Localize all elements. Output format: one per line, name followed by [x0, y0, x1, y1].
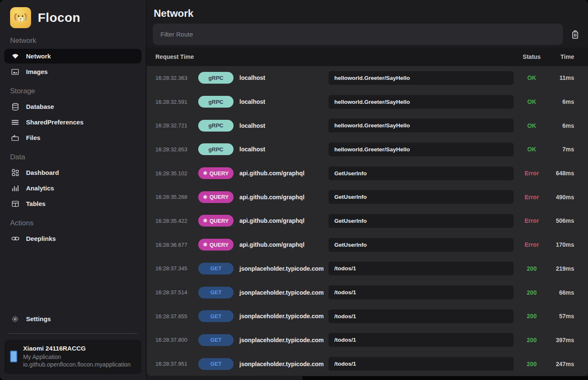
graphql-icon: ✻: [203, 242, 207, 247]
request-row[interactable]: 16:28:35.422✻QUERYapi.github.com/graphql…: [147, 209, 588, 233]
bottom-strip: [302, 376, 588, 380]
duration-value: 7ms: [550, 146, 574, 153]
app-window: Flocon Network Network Images Storage: [0, 0, 588, 380]
request-domain: localhost: [234, 74, 328, 81]
sidebar-item-label: Dashboard: [26, 169, 59, 176]
request-row[interactable]: 16:28:32.363gRPClocalhosthelloworld.Gree…: [147, 66, 588, 90]
request-route: helloworld.Greeter/SayHello: [328, 119, 514, 132]
gear-icon: [11, 315, 19, 323]
request-domain: api.github.com/graphql: [234, 241, 328, 248]
status-value: 200: [514, 313, 550, 319]
sidebar-item-label: Deeplinks: [26, 235, 56, 242]
page-title: Network: [147, 0, 588, 24]
device-package: io.github.openflocon.flocon.myapplicatio…: [23, 361, 131, 368]
method-badge: GET: [198, 310, 234, 322]
sidebar-item-sharedpreferences[interactable]: SharedPreferences: [4, 115, 142, 129]
method-badge: ✻QUERY: [198, 191, 234, 203]
main-panel: Network Request Time Status Time 16:28:3…: [147, 0, 588, 380]
status-value: OK: [514, 98, 550, 105]
sidebar-item-label: Files: [26, 134, 40, 141]
method-badge: GET: [198, 287, 234, 298]
sidebar-item-database[interactable]: Database: [4, 99, 142, 114]
column-request-time: Request Time: [155, 53, 198, 60]
app-title: Flocon: [38, 11, 80, 25]
table-header: Request Time Status Time: [147, 48, 588, 66]
request-row[interactable]: 16:28:37.655GETjsonplaceholder.typicode.…: [147, 304, 588, 328]
duration-value: 11ms: [550, 74, 574, 81]
database-icon: [11, 103, 19, 111]
request-route: GetUserInfo: [328, 166, 514, 180]
sidebar-item-deeplinks[interactable]: Deeplinks: [4, 231, 142, 246]
duration-value: 6ms: [550, 98, 574, 105]
duration-value: 57ms: [550, 313, 574, 319]
trash-icon[interactable]: [570, 29, 580, 40]
duration-value: 506ms: [550, 217, 574, 224]
phone-icon: [10, 351, 17, 362]
file-icon: [11, 134, 19, 142]
status-value: OK: [514, 122, 550, 129]
request-domain: api.github.com/graphql: [234, 217, 328, 224]
status-value: OK: [514, 74, 550, 81]
request-domain: localhost: [234, 122, 328, 129]
request-route: helloworld.Greeter/SayHello: [328, 95, 514, 109]
section-label-storage: Storage: [10, 87, 146, 95]
sidebar-item-images[interactable]: Images: [4, 64, 142, 79]
duration-value: 648ms: [550, 170, 574, 177]
request-row[interactable]: 16:28:36.677✻QUERYapi.github.com/graphql…: [147, 233, 588, 257]
request-row[interactable]: 16:28:32.853gRPClocalhosthelloworld.Gree…: [147, 137, 588, 161]
request-domain: jsonplaceholder.typicode.com: [234, 313, 328, 319]
column-time: Time: [550, 53, 574, 60]
status-value: Error: [514, 170, 550, 177]
request-row[interactable]: 16:28:37.345GETjsonplaceholder.typicode.…: [147, 257, 588, 281]
method-badge: ✻QUERY: [198, 215, 234, 227]
status-value: OK: [514, 146, 550, 153]
duration-value: 66ms: [550, 289, 574, 296]
status-value: 200: [514, 361, 550, 367]
request-route: /todos/1: [328, 309, 514, 323]
method-badge: GET: [198, 334, 234, 346]
request-timestamp: 16:28:32.591: [155, 99, 198, 105]
duration-value: 397ms: [550, 337, 574, 343]
duration-value: 6ms: [550, 122, 574, 129]
filter-route-input[interactable]: [153, 24, 563, 45]
sidebar-item-settings[interactable]: Settings: [4, 311, 142, 326]
status-value: Error: [514, 194, 550, 201]
graphql-icon: ✻: [203, 171, 207, 176]
request-domain: jsonplaceholder.typicode.com: [234, 265, 328, 272]
request-domain: localhost: [234, 98, 328, 105]
request-row[interactable]: 16:28:37.951GETjsonplaceholder.typicode.…: [147, 352, 588, 376]
sidebar-item-analytics[interactable]: Analytics: [4, 181, 142, 195]
request-row[interactable]: 16:28:35.268✻QUERYapi.github.com/graphql…: [147, 185, 588, 209]
sidebar-item-tables[interactable]: Tables: [4, 196, 142, 211]
request-route: /todos/1: [328, 261, 514, 275]
bar-chart-icon: [11, 184, 19, 193]
request-timestamp: 16:28:35.422: [155, 218, 198, 224]
status-value: 200: [514, 289, 550, 296]
request-row[interactable]: 16:28:35.102✻QUERYapi.github.com/graphql…: [147, 161, 588, 185]
duration-value: 490ms: [550, 194, 574, 201]
request-row[interactable]: 16:28:37.800GETjsonplaceholder.typicode.…: [147, 328, 588, 352]
method-badge: ✻QUERY: [198, 239, 234, 251]
duration-value: 247ms: [550, 361, 574, 367]
request-domain: jsonplaceholder.typicode.com: [234, 361, 328, 367]
request-row[interactable]: 16:28:32.721gRPClocalhosthelloworld.Gree…: [147, 113, 588, 137]
sidebar-item-files[interactable]: Files: [4, 130, 142, 145]
request-row[interactable]: 16:28:32.591gRPClocalhosthelloworld.Gree…: [147, 90, 588, 114]
sidebar-item-label: SharedPreferences: [26, 119, 84, 126]
request-timestamp: 16:28:35.268: [155, 194, 198, 200]
sidebar-item-label: Images: [26, 68, 48, 75]
status-value: 200: [514, 337, 550, 343]
sidebar-item-label: Database: [26, 103, 54, 110]
sidebar: Flocon Network Network Images Storage: [0, 0, 147, 380]
device-name: Xiaomi 24116RACCG: [23, 345, 131, 352]
sidebar-item-dashboard[interactable]: Dashboard: [4, 165, 142, 180]
method-badge: gRPC: [198, 120, 234, 132]
duration-value: 170ms: [550, 241, 574, 248]
sidebar-item-label: Network: [26, 53, 51, 60]
request-route: /todos/1: [328, 285, 514, 299]
sidebar-item-network[interactable]: Network: [4, 49, 142, 63]
device-card[interactable]: Xiaomi 24116RACCG My Application io.gith…: [4, 340, 142, 374]
sidebar-spacer: [0, 246, 146, 311]
request-rows: 16:28:32.363gRPClocalhosthelloworld.Gree…: [147, 66, 588, 376]
request-row[interactable]: 16:28:37.514GETjsonplaceholder.typicode.…: [147, 280, 588, 304]
